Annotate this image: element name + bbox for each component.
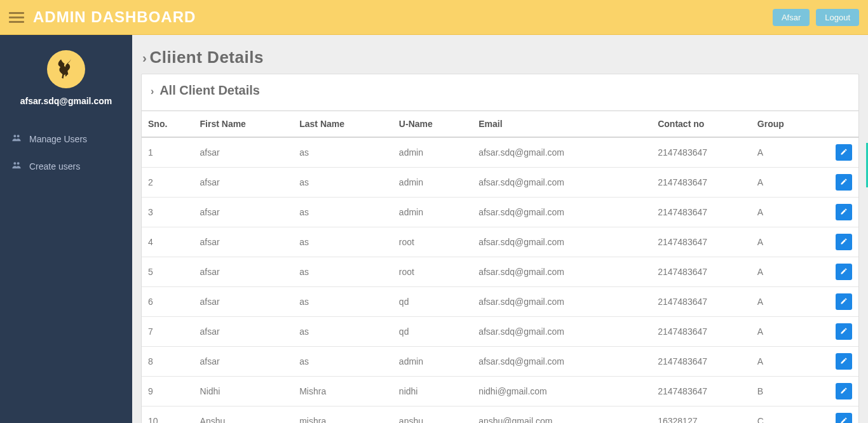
cell-action	[818, 287, 858, 317]
table-row: 6afsarasqdafsar.sdq@gmail.com2147483647A	[142, 287, 858, 317]
deer-icon	[55, 57, 78, 82]
sidebar-item-create-users[interactable]: Create users	[0, 152, 132, 180]
cell-sno: 7	[142, 317, 195, 347]
table-row: 9NidhiMishranidhinidhi@gmail.com21474836…	[142, 377, 858, 406]
cell-uname: admin	[394, 137, 473, 168]
cell-last: as	[294, 137, 394, 168]
edit-button[interactable]	[836, 174, 852, 191]
user-button[interactable]: Afsar	[773, 9, 810, 26]
cell-contact: 2147483647	[653, 137, 752, 168]
hamburger-icon[interactable]	[9, 10, 24, 25]
cell-sno: 2	[142, 168, 195, 198]
edit-button[interactable]	[836, 383, 852, 399]
cell-email: afsar.sdq@gmail.com	[473, 347, 653, 377]
cell-group: A	[752, 347, 818, 377]
cell-uname: admin	[394, 347, 473, 377]
profile-block: afsar.sdq@gmail.com	[0, 35, 132, 114]
cell-action	[818, 227, 858, 257]
cell-first: afsar	[195, 257, 295, 287]
logout-button[interactable]: Logout	[816, 9, 859, 26]
pencil-icon	[840, 267, 848, 277]
cell-email: nidhi@gmail.com	[473, 377, 653, 406]
edit-button[interactable]	[836, 353, 852, 370]
pencil-icon	[840, 327, 848, 337]
edit-button[interactable]	[836, 144, 852, 161]
page-title-text: Cliient Details	[149, 48, 263, 67]
edit-button[interactable]	[836, 234, 852, 250]
th-first[interactable]: First Name	[195, 111, 295, 137]
cell-uname: qd	[394, 317, 473, 347]
cell-email: afsar.sdq@gmail.com	[473, 198, 653, 227]
cell-last: as	[294, 347, 394, 377]
page-title: › Cliient Details	[142, 48, 859, 67]
cell-contact: 2147483647	[653, 317, 752, 347]
cell-uname: anshu	[394, 406, 473, 424]
edit-button[interactable]	[836, 293, 852, 310]
table-row: 2afsarasadminafsar.sdq@gmail.com21474836…	[142, 168, 858, 198]
th-contact[interactable]: Contact no	[653, 111, 752, 137]
edit-button[interactable]	[836, 264, 852, 280]
cell-last: as	[294, 257, 394, 287]
cell-uname: admin	[394, 198, 473, 227]
pencil-icon	[840, 178, 848, 187]
cell-contact: 2147483647	[653, 257, 752, 287]
edit-button[interactable]	[836, 413, 852, 423]
cell-group: A	[752, 317, 818, 347]
cell-action	[818, 317, 858, 347]
cell-action	[818, 377, 858, 406]
cell-contact: 2147483647	[653, 287, 752, 317]
cell-sno: 5	[142, 257, 195, 287]
table-row: 5afsarasrootafsar.sdq@gmail.com214748364…	[142, 257, 858, 287]
cell-group: A	[752, 287, 818, 317]
users-icon	[11, 133, 22, 145]
edit-button[interactable]	[836, 204, 852, 220]
cell-last: mishra	[294, 406, 394, 424]
th-uname[interactable]: U-Name	[394, 111, 473, 137]
table-row: 3afsarasadminafsar.sdq@gmail.com21474836…	[142, 198, 858, 227]
panel-title: › All Client Details	[142, 74, 858, 105]
cell-contact: 2147483647	[653, 347, 752, 377]
cell-last: as	[294, 198, 394, 227]
cell-first: afsar	[195, 347, 295, 377]
cell-group: B	[752, 377, 818, 406]
table-row: 10Anshumishraanshuanshu@gmail.com1632812…	[142, 406, 858, 424]
cell-action	[818, 198, 858, 227]
topbar-right: Afsar Logout	[773, 9, 859, 26]
cell-first: afsar	[195, 198, 295, 227]
cell-contact: 2147483647	[653, 377, 752, 406]
cell-first: afsar	[195, 227, 295, 257]
cell-first: Anshu	[195, 406, 295, 424]
cell-uname: root	[394, 227, 473, 257]
clients-table: Sno. First Name Last Name U-Name Email C…	[142, 111, 858, 423]
table-row: 1afsarasadminafsar.sdq@gmail.com21474836…	[142, 137, 858, 168]
pencil-icon	[840, 357, 848, 366]
table-row: 7afsarasqdafsar.sdq@gmail.com2147483647A	[142, 317, 858, 347]
cell-group: A	[752, 168, 818, 198]
cell-group: A	[752, 227, 818, 257]
avatar[interactable]	[47, 50, 85, 88]
cell-email: afsar.sdq@gmail.com	[473, 137, 653, 168]
cell-action	[818, 137, 858, 168]
cell-action	[818, 168, 858, 198]
cell-group: A	[752, 198, 818, 227]
th-sno[interactable]: Sno.	[142, 111, 195, 137]
th-last[interactable]: Last Name	[294, 111, 394, 137]
cell-last: as	[294, 317, 394, 347]
sidebar: afsar.sdq@gmail.com Manage Users Create …	[0, 35, 132, 423]
edit-button[interactable]	[836, 323, 852, 340]
cell-email: afsar.sdq@gmail.com	[473, 287, 653, 317]
sidebar-item-manage-users[interactable]: Manage Users	[0, 125, 132, 152]
cell-contact: 16328127	[653, 406, 752, 424]
pencil-icon	[840, 297, 848, 307]
cell-first: afsar	[195, 137, 295, 168]
th-email[interactable]: Email	[473, 111, 653, 137]
cell-first: afsar	[195, 287, 295, 317]
brand-title[interactable]: ADMIN DASHBOARD	[33, 8, 196, 26]
clients-panel: › All Client Details Sno. First Name Las…	[141, 74, 859, 423]
users-icon	[11, 160, 22, 172]
cell-sno: 3	[142, 198, 195, 227]
th-group[interactable]: Group	[752, 111, 818, 137]
cell-action	[818, 406, 858, 424]
pencil-icon	[840, 148, 848, 158]
cell-contact: 2147483647	[653, 227, 752, 257]
